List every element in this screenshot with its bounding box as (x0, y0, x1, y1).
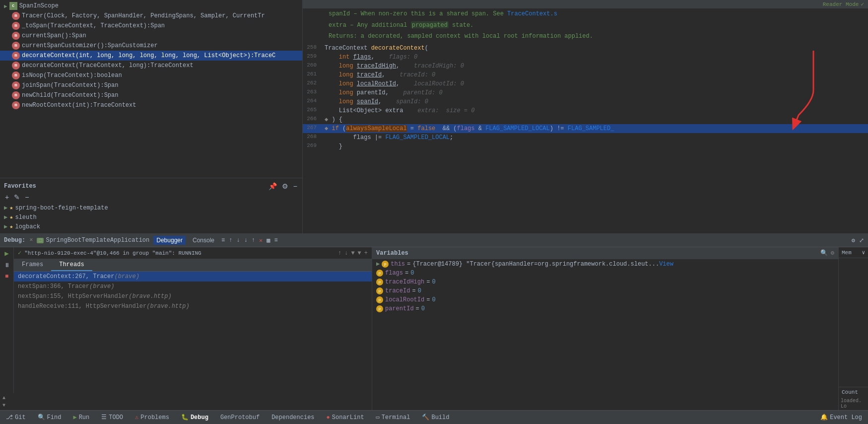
var-name-text: traceId (385, 287, 410, 294)
line-number: 260 (303, 62, 323, 68)
settings-variables-icon[interactable]: ⚙ (831, 249, 834, 257)
search-variables-icon[interactable]: 🔍 (820, 249, 828, 257)
mem-chevron[interactable]: ∨ (862, 249, 865, 256)
layout-icon[interactable]: ≡ (221, 237, 225, 244)
structure-item-label: joinSpan(TraceContext):Span (22, 82, 118, 89)
code-container[interactable]: spanId – When non-zero this is a shared … (303, 8, 868, 233)
terminal-icon: ▭ (376, 414, 380, 421)
main-area: ▶ C SpanInScope m Tracer(Clock, Factory,… (0, 0, 868, 233)
thread-down-icon[interactable]: ↓ (344, 250, 348, 257)
structure-item-tracer[interactable]: m Tracer(Clock, Factory, SpanHandler, Pe… (0, 11, 302, 21)
fav-edit-button[interactable]: ✎ (13, 193, 21, 201)
fav-add-button[interactable]: + (4, 193, 10, 201)
tab-debugger[interactable]: Debugger (153, 236, 186, 245)
structure-item-span-in-scope[interactable]: ▶ C SpanInScope (0, 1, 302, 11)
var-item-traceIdHigh[interactable]: p traceIdHigh = 0 (372, 278, 838, 286)
bottom-find[interactable]: 🔍 Find (36, 413, 64, 422)
more-icon[interactable]: ≡ (274, 237, 278, 244)
frame-item-2[interactable]: nextSpan:155, HttpServerHandler (brave.h… (14, 291, 372, 301)
var-item-this[interactable]: ▶ p this = {Tracer@14789} "Tracer{spanHa… (372, 259, 838, 269)
frames-icon[interactable]: ▦ (267, 237, 270, 244)
frame-item-0[interactable]: decorateContext:267, Tracer (brave) (14, 272, 372, 282)
line-content: ◆ ) { (323, 115, 868, 124)
method-icon: m (12, 42, 20, 50)
fav-item-logback[interactable]: ▶ ★ logback (0, 222, 302, 231)
frame-italic: (brave) (114, 273, 139, 280)
pause-button[interactable]: ⏸ (4, 262, 10, 269)
scroll-up[interactable]: ▲ (2, 395, 5, 401)
structure-item-decorate-context-selected[interactable]: m decorateContext(int, long, long, long,… (0, 51, 302, 61)
var-item-parentId[interactable]: p parentId = 0 (372, 304, 838, 313)
var-equals: = (426, 279, 430, 285)
pin-button[interactable]: 📌 (267, 182, 278, 190)
tabs-row: Frames Threads (14, 259, 372, 272)
scroll-down[interactable]: ▼ (2, 403, 5, 408)
debug-close[interactable]: × (29, 237, 33, 244)
fav-item-sleuth[interactable]: ▶ ★ sleuth (0, 212, 302, 222)
structure-item-join-span[interactable]: m joinSpan(TraceContext):Span (0, 80, 302, 90)
var-item-traceId[interactable]: p traceId = 0 (372, 286, 838, 295)
favorites-header: Favorites 📌 ⚙ − (0, 180, 302, 192)
tab-frames[interactable]: Frames (14, 259, 51, 271)
stop-icon[interactable]: ✕ (259, 237, 263, 244)
fav-item-spring[interactable]: ▶ ★ spring-boot-feign-template (0, 203, 302, 212)
structure-item-is-noop[interactable]: m isNoop(TraceContext):boolean (0, 71, 302, 80)
bottom-debug[interactable]: 🐛 Debug (179, 413, 210, 422)
frame-item-1[interactable]: nextSpan:366, Tracer (brave) (14, 282, 372, 291)
bottom-problems[interactable]: ⚠ Problems (133, 413, 171, 422)
bottom-todo[interactable]: ☰ TODO (99, 413, 125, 422)
structure-item-to-span[interactable]: m _toSpan(TraceContext, TraceContext):Sp… (0, 21, 302, 31)
resume-button[interactable]: ▶ (4, 249, 8, 258)
bottom-genprotobuf[interactable]: GenProtobuf (218, 413, 262, 422)
thread-expand-icon[interactable]: ▼ (358, 250, 361, 257)
bottom-git[interactable]: ⎇ Git (4, 413, 28, 422)
step-into-icon[interactable]: ↓ (236, 237, 240, 244)
arrow-icon: ▶ (4, 3, 7, 9)
var-item-localRootId[interactable]: p localRootId = 0 (372, 295, 838, 304)
mem-label: Mem (842, 250, 852, 256)
running-thread-row: ✓ "http-nio-9120-exec-4"@10,466 in group… (14, 247, 372, 259)
fav-label: sleuth (15, 214, 36, 221)
debug-label: Debug: (4, 237, 25, 244)
line-number: 268 (303, 133, 323, 140)
stop-button[interactable]: ■ (5, 273, 8, 280)
tab-console[interactable]: Console (190, 236, 217, 245)
var-item-flags[interactable]: p flags = 0 (372, 269, 838, 278)
var-type-icon: p (376, 305, 383, 312)
debug-label-bottom: Debug (191, 414, 208, 421)
thread-add-icon[interactable]: + (364, 250, 368, 257)
bottom-terminal[interactable]: ▭ Terminal (374, 413, 412, 422)
step-over-icon[interactable]: ↑ (229, 237, 232, 244)
step-out-icon[interactable]: ↓ (244, 237, 248, 244)
debug-panel: Debug: × □ SpringBootTemplateApplication… (0, 233, 868, 410)
run-to-cursor-icon[interactable]: ↑ (252, 237, 255, 244)
editor-header: Reader Mode ✓ (303, 0, 868, 8)
tab-threads[interactable]: Threads (51, 259, 92, 271)
bottom-dependencies[interactable]: Dependencies (269, 413, 316, 422)
reader-mode-toggle[interactable]: Reader Mode ✓ (823, 1, 864, 7)
settings-icon[interactable]: ⚙ (852, 237, 855, 244)
var-value: 0 (432, 279, 435, 285)
frame-item-3[interactable]: handleReceive:111, HttpServerHandler (br… (14, 301, 372, 311)
bottom-event-log[interactable]: 🔔 Event Log (818, 413, 864, 422)
structure-item-new-child[interactable]: m newChild(TraceContext):Span (0, 90, 302, 100)
bottom-run[interactable]: ▶ Run (71, 413, 91, 422)
minimize-button[interactable]: − (292, 182, 298, 190)
settings-button[interactable]: ⚙ (281, 182, 289, 190)
thread-up-icon[interactable]: ↑ (338, 250, 341, 257)
bottom-build[interactable]: 🔨 Build (420, 413, 451, 422)
line-number: 267 (303, 124, 323, 131)
var-value: 0 (410, 270, 414, 277)
structure-item-decorate-context-2[interactable]: m decorateContext(TraceContext, long):Tr… (0, 61, 302, 71)
frame-italic: (brave.http) (146, 303, 189, 310)
bottom-sonarlint[interactable]: ● SonarLint (325, 413, 366, 422)
method-icon: m (12, 12, 20, 20)
structure-item-label: decorateContext(int, long, long, long, l… (22, 52, 275, 59)
structure-item-new-root-context[interactable]: m newRootContext(int):TraceContext (0, 100, 302, 110)
expand-debug-icon[interactable]: ⤢ (859, 237, 864, 244)
view-link[interactable]: View (659, 261, 673, 268)
structure-item-current-span-customizer[interactable]: m currentSpanCustomizer():SpanCustomizer (0, 41, 302, 51)
structure-item-current-span[interactable]: m currentSpan():Span (0, 31, 302, 41)
fav-remove-button[interactable]: − (24, 193, 30, 201)
thread-filter-icon[interactable]: ▼ (351, 250, 354, 257)
